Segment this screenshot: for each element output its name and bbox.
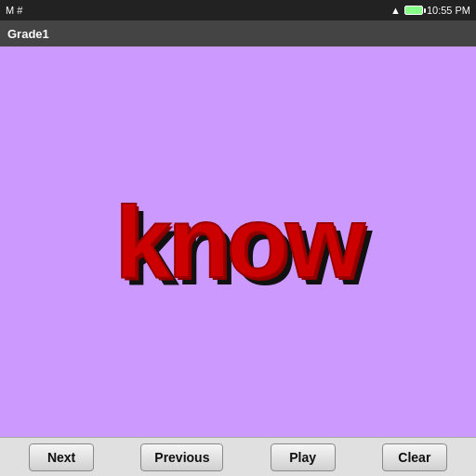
word-text: know xyxy=(114,191,361,293)
app-title: Grade1 xyxy=(7,27,49,41)
status-left-icons: M # xyxy=(6,5,22,16)
next-button[interactable]: Next xyxy=(29,443,94,471)
main-content-area: know know xyxy=(0,46,476,437)
bottom-nav-bar: Next Previous Play Clear xyxy=(0,437,476,476)
play-button[interactable]: Play xyxy=(271,443,336,471)
wifi-signal-icon: ▲ xyxy=(390,5,401,16)
battery-icon xyxy=(404,6,423,15)
mail-hash-icon: M # xyxy=(6,5,22,16)
title-bar: Grade1 xyxy=(0,20,476,46)
time-display: 10:55 PM xyxy=(427,5,470,16)
word-display: know know xyxy=(114,191,361,293)
clear-button[interactable]: Clear xyxy=(382,443,447,471)
status-right-info: ▲ 10:55 PM xyxy=(390,5,470,16)
previous-button[interactable]: Previous xyxy=(140,443,223,471)
status-bar: M # ▲ 10:55 PM xyxy=(0,0,476,20)
